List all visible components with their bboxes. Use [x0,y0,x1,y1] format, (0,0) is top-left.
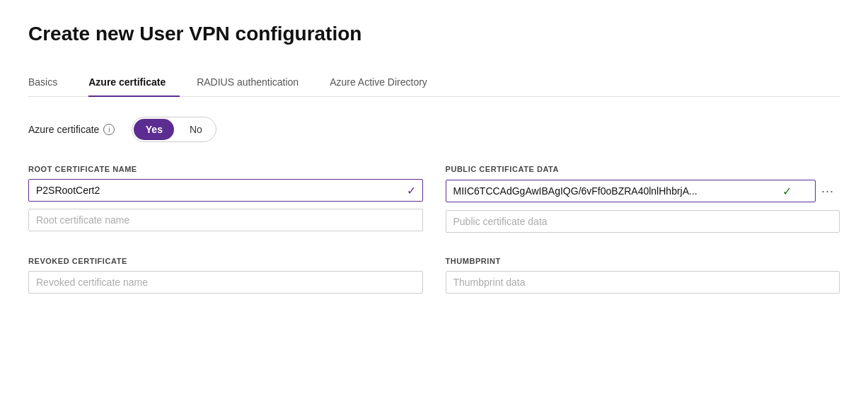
toggle-label-text: Azure certificate [28,124,99,135]
public-cert-empty-row [446,210,840,233]
public-cert-section: PUBLIC CERTIFICATE DATA ✓ ··· [446,165,840,240]
public-cert-filled-input[interactable] [446,180,816,202]
thumbprint-input[interactable] [446,271,840,294]
page-title: Create new User VPN configuration [28,23,840,45]
thumbprint-row [446,271,840,294]
revoked-cert-label: REVOKED CERTIFICATE [28,257,423,265]
tab-basics[interactable]: Basics [28,71,71,96]
more-options-button[interactable]: ··· [816,179,840,203]
public-cert-filled-row: ✓ ··· [446,179,840,203]
public-cert-input[interactable] [446,210,840,233]
public-cert-filled-wrapper: ✓ [446,180,816,202]
revoked-cert-input[interactable] [28,271,423,294]
root-cert-filled-wrapper: ✓ [28,179,423,202]
thumbprint-section: THUMBPRINT [446,257,840,301]
toggle-switch[interactable]: Yes No [132,117,216,142]
root-cert-empty-wrapper [28,209,423,231]
root-cert-section: ROOT CERTIFICATE NAME ✓ [28,165,423,240]
root-cert-filled-row: ✓ [28,179,423,202]
public-cert-empty-wrapper [446,210,840,233]
root-cert-empty-row [28,209,423,231]
thumbprint-wrapper [446,271,840,294]
root-cert-check-icon: ✓ [407,184,416,197]
tab-nav: Basics Azure certificate RADIUS authenti… [28,71,840,97]
root-cert-input[interactable] [28,209,423,231]
toggle-yes[interactable]: Yes [134,119,174,140]
azure-certificate-toggle-row: Azure certificate i Yes No [28,117,840,142]
toggle-no[interactable]: No [175,117,216,141]
certificate-form: ROOT CERTIFICATE NAME ✓ PUBLIC CERTIFICA… [28,165,840,301]
toggle-label: Azure certificate i [28,124,115,135]
revoked-cert-section: REVOKED CERTIFICATE [28,257,423,301]
tab-radius-authentication[interactable]: RADIUS authentication [197,71,313,96]
tab-azure-active-directory[interactable]: Azure Active Directory [330,71,441,96]
revoked-cert-row [28,271,423,294]
root-cert-filled-input[interactable] [28,179,423,202]
thumbprint-label: THUMBPRINT [446,257,840,265]
root-cert-label: ROOT CERTIFICATE NAME [28,165,423,173]
public-cert-label: PUBLIC CERTIFICATE DATA [446,165,840,173]
info-icon[interactable]: i [103,124,115,135]
tab-azure-certificate[interactable]: Azure certificate [88,71,180,96]
public-cert-check-icon: ✓ [782,185,792,198]
revoked-cert-wrapper [28,271,423,294]
